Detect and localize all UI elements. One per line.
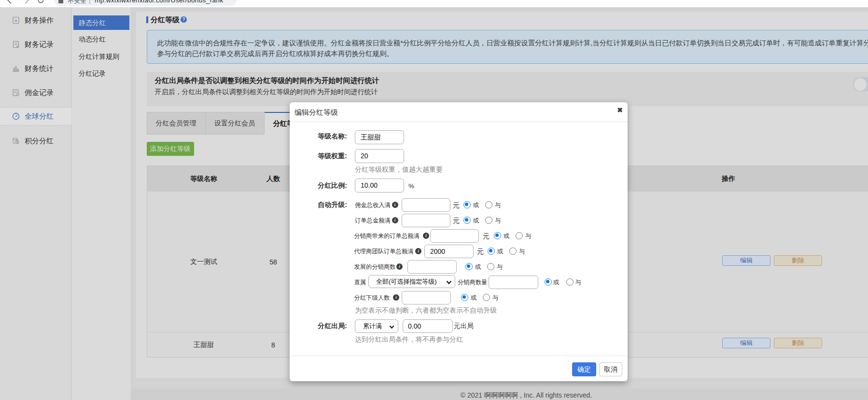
svg-text:¥: ¥ [14,18,17,23]
svg-text:¥: ¥ [16,45,18,48]
svg-text:¥: ¥ [16,140,18,144]
